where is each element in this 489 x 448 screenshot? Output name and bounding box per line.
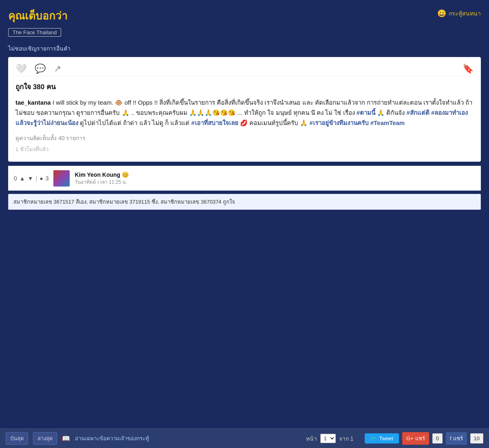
avatar	[53, 170, 70, 187]
read-icon: 📖	[62, 435, 70, 442]
comment-icon[interactable]: 💬	[35, 64, 46, 74]
hashtag-2[interactable]: #สักแต่ติ	[407, 109, 430, 116]
tweet-icon: 🐦	[370, 435, 377, 441]
share-icon[interactable]: ↗	[54, 64, 61, 74]
page-subtitle: ไม่ชอบเชิญรายการอื่นคำ	[0, 41, 489, 57]
member-info-bar: สมาชิกหมายเลข 3671517 สีเอง, สมาชิกหมายเ…	[8, 194, 481, 210]
comment-user-info: Kim Yeon Koung 😊 วันอาทิตย์ เวลา 11:25 น…	[75, 171, 129, 186]
content-card: 🤍 💬 ↗ 🔖 ถูกใจ 380 คน tae_kantana I will …	[8, 57, 481, 162]
gplus-icon: G+	[406, 435, 414, 441]
toolbar-pagination: หน้า 1 จาก 1	[306, 434, 354, 443]
discussion-icon: 😀	[437, 9, 446, 18]
vote-count: 0	[14, 175, 17, 182]
post-content: I will stick by my team. 🐵 off !! Opps !…	[15, 99, 472, 126]
hashtag-1[interactable]: #ตามนี้	[357, 109, 375, 116]
gplus-button[interactable]: G+ แชร์	[402, 432, 429, 445]
page-select[interactable]: 1	[320, 434, 336, 443]
tweet-label: Tweet	[379, 435, 393, 441]
page-total: จาก 1	[339, 434, 354, 443]
bookmark-icon[interactable]: 🔖	[463, 64, 474, 74]
gplus-label: แชร์	[415, 434, 425, 443]
owner-read-button[interactable]: อ่านเฉพาะข้อความเจ้าของกระทู้	[75, 434, 149, 443]
post-username[interactable]: tae_kantana	[15, 99, 51, 106]
fb-label: แชร์	[453, 434, 463, 443]
upvote-icon[interactable]: ▲	[20, 175, 25, 182]
like-icon[interactable]: 🤍	[15, 64, 26, 74]
bottom-toolbar: บันสุด ล่างสุด 📖 อ่านเฉพาะข้อความเจ้าของ…	[0, 428, 489, 448]
comment-section: 0 ▲ ▼ | ● 3 Kim Yeon Koung 😊 วันอาทิตย์ …	[8, 166, 481, 191]
card-icons-top: 🤍 💬 ↗ 🔖	[15, 64, 474, 76]
top-button[interactable]: บันสุด	[6, 432, 28, 445]
header-right-label: กระทู้สนทนา	[449, 9, 481, 18]
comment-time: วันอาทิตย์ เวลา 11:25 น.	[75, 178, 129, 186]
tag-badge[interactable]: The Face Thailand	[8, 28, 61, 37]
hashtag-5[interactable]: #เราอยู่ข้างทีมงานครับ	[309, 119, 368, 126]
page-title: คุณเต็บอกว่า	[8, 7, 68, 24]
page-label: หน้า	[306, 434, 317, 443]
fb-icon: f	[450, 435, 452, 441]
comment-username[interactable]: Kim Yeon Koung 😊	[75, 171, 129, 178]
header-right: 😀 กระทู้สนทนา	[437, 9, 481, 18]
tweet-button[interactable]: 🐦 Tweet	[365, 433, 399, 444]
post-body: tae_kantana I will stick by my team. 🐵 o…	[15, 98, 474, 128]
post-time: 1 ชั่วโมงที่แล้ว	[15, 145, 474, 154]
reply-count: 3	[46, 175, 49, 182]
page-header: คุณเต็บอกว่า The Face Thailand 😀 กระทู้ส…	[0, 0, 489, 41]
reply-icon: ●	[40, 175, 43, 182]
toolbar-right: 🐦 Tweet G+ แชร์ 0 f แชร์ 10	[365, 432, 483, 445]
hashtag-6[interactable]: #TeamTeam	[370, 119, 405, 126]
fb-button[interactable]: f แชร์	[446, 432, 467, 445]
likes-count: ถูกใจ 380 คน	[15, 81, 474, 92]
view-comments[interactable]: ดูความคิดเห็นทั้ง 40 รายการ	[15, 134, 474, 143]
downvote-icon[interactable]: ▼	[28, 175, 33, 182]
gplus-count: 0	[432, 433, 443, 444]
hashtag-4[interactable]: #เอาที่สบายใจเลย	[191, 119, 238, 126]
fb-count: 10	[470, 433, 483, 444]
comment-vote: 0 ▲ ▼ | ● 3	[14, 175, 48, 182]
bottom-button[interactable]: ล่างสุด	[33, 432, 57, 445]
